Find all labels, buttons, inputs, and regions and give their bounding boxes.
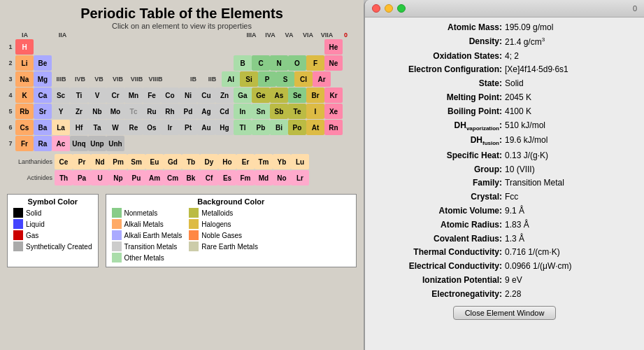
element-Sb[interactable]: Sb xyxy=(270,104,288,119)
element-Al[interactable]: Al xyxy=(222,71,240,87)
element-Pd[interactable]: Pd xyxy=(179,104,197,119)
element-Pr[interactable]: Pr xyxy=(73,154,91,169)
element-H[interactable]: H xyxy=(15,39,34,55)
element-Lu[interactable]: Lu xyxy=(291,154,309,169)
element-Rb[interactable]: Rb xyxy=(15,104,34,119)
element-Hf[interactable]: Hf xyxy=(70,120,88,135)
element-Np[interactable]: Np xyxy=(109,170,127,186)
element-Ba[interactable]: Ba xyxy=(34,120,52,135)
element-Es[interactable]: Es xyxy=(218,170,236,186)
element-Lr[interactable]: Lr xyxy=(291,170,309,186)
element-Tb[interactable]: Tb xyxy=(182,154,200,169)
element-Th[interactable]: Th xyxy=(55,170,73,186)
element-Yb[interactable]: Yb xyxy=(273,154,291,169)
element-C[interactable]: C xyxy=(252,55,270,71)
element-He[interactable]: He xyxy=(324,39,343,55)
element-Ge[interactable]: Ge xyxy=(252,88,270,103)
maximize-traffic-light[interactable] xyxy=(397,4,406,13)
element-Co[interactable]: Co xyxy=(161,88,179,103)
element-In[interactable]: In xyxy=(234,104,252,119)
element-B[interactable]: B xyxy=(234,55,252,71)
element-Er[interactable]: Er xyxy=(236,154,255,169)
element-Be[interactable]: Be xyxy=(34,55,52,71)
element-Ca[interactable]: Ca xyxy=(34,88,52,103)
element-Am[interactable]: Am xyxy=(145,170,164,186)
element-Mo[interactable]: Mo xyxy=(106,104,124,119)
element-Zn[interactable]: Zn xyxy=(215,88,234,103)
element-S[interactable]: S xyxy=(276,71,294,87)
element-F[interactable]: F xyxy=(306,55,324,71)
element-Tc[interactable]: Tc xyxy=(124,104,143,119)
element-Cd[interactable]: Cd xyxy=(215,104,234,119)
element-Cr[interactable]: Cr xyxy=(106,88,124,103)
element-Po[interactable]: Po xyxy=(288,120,306,135)
element-Unq[interactable]: Unq xyxy=(70,136,88,151)
element-Pb[interactable]: Pb xyxy=(252,120,270,135)
element-Pt[interactable]: Pt xyxy=(179,120,197,135)
element-Unp[interactable]: Unp xyxy=(88,136,106,151)
element-Nb[interactable]: Nb xyxy=(88,104,106,119)
element-Li[interactable]: Li xyxy=(15,55,34,71)
element-Br[interactable]: Br xyxy=(306,88,324,103)
element-Sc[interactable]: Sc xyxy=(52,88,70,103)
close-element-window-button[interactable]: Close Element Window xyxy=(453,306,557,320)
element-At[interactable]: At xyxy=(306,120,324,135)
element-Fe[interactable]: Fe xyxy=(143,88,161,103)
element-Eu[interactable]: Eu xyxy=(145,154,164,169)
element-Cm[interactable]: Cm xyxy=(164,170,182,186)
element-Sm[interactable]: Sm xyxy=(127,154,145,169)
element-Ra[interactable]: Ra xyxy=(34,136,52,151)
element-P[interactable]: P xyxy=(258,71,276,87)
element-Dy[interactable]: Dy xyxy=(200,154,218,169)
element-Tm[interactable]: Tm xyxy=(255,154,273,169)
element-Gd[interactable]: Gd xyxy=(164,154,182,169)
close-traffic-light[interactable] xyxy=(372,4,380,13)
element-Pm[interactable]: Pm xyxy=(109,154,127,169)
element-Bk[interactable]: Bk xyxy=(182,170,200,186)
element-Ir[interactable]: Ir xyxy=(161,120,179,135)
element-Pu[interactable]: Pu xyxy=(127,170,145,186)
element-Cf[interactable]: Cf xyxy=(200,170,218,186)
element-Ar[interactable]: Ar xyxy=(313,71,331,87)
element-Ta[interactable]: Ta xyxy=(88,120,106,135)
element-Nd[interactable]: Nd xyxy=(91,154,109,169)
element-Ni[interactable]: Ni xyxy=(179,88,197,103)
minimize-traffic-light[interactable] xyxy=(385,4,393,13)
element-Zr[interactable]: Zr xyxy=(70,104,88,119)
element-Xe[interactable]: Xe xyxy=(324,104,343,119)
element-Re[interactable]: Re xyxy=(124,120,143,135)
element-Os[interactable]: Os xyxy=(143,120,161,135)
element-Mg[interactable]: Mg xyxy=(34,71,52,87)
element-Cu[interactable]: Cu xyxy=(197,88,215,103)
element-Se[interactable]: Se xyxy=(288,88,306,103)
element-Ag[interactable]: Ag xyxy=(197,104,215,119)
element-Sr[interactable]: Sr xyxy=(34,104,52,119)
element-Na[interactable]: Na xyxy=(15,71,34,87)
element-La-ref[interactable]: La xyxy=(52,120,70,135)
element-Cs[interactable]: Cs xyxy=(15,120,34,135)
element-Unh[interactable]: Unh xyxy=(106,136,124,151)
element-As[interactable]: As xyxy=(270,88,288,103)
element-Ce[interactable]: Ce xyxy=(55,154,73,169)
element-Si[interactable]: Si xyxy=(240,71,258,87)
element-U[interactable]: U xyxy=(91,170,109,186)
element-Ti[interactable]: Ti xyxy=(70,88,88,103)
element-Fm[interactable]: Fm xyxy=(236,170,255,186)
element-Te[interactable]: Te xyxy=(288,104,306,119)
element-Mn[interactable]: Mn xyxy=(124,88,143,103)
element-Y[interactable]: Y xyxy=(52,104,70,119)
element-Rh[interactable]: Rh xyxy=(161,104,179,119)
element-Hg[interactable]: Hg xyxy=(215,120,234,135)
element-Bi[interactable]: Bi xyxy=(270,120,288,135)
element-N[interactable]: N xyxy=(270,55,288,71)
element-Tl[interactable]: Tl xyxy=(234,120,252,135)
element-Ho[interactable]: Ho xyxy=(218,154,236,169)
element-O[interactable]: O xyxy=(288,55,306,71)
element-Fr[interactable]: Fr xyxy=(15,136,34,151)
element-Ac-ref[interactable]: Ac xyxy=(52,136,70,151)
element-W[interactable]: W xyxy=(106,120,124,135)
element-Md[interactable]: Md xyxy=(255,170,273,186)
element-Au[interactable]: Au xyxy=(197,120,215,135)
element-Ru[interactable]: Ru xyxy=(143,104,161,119)
element-Sn[interactable]: Sn xyxy=(252,104,270,119)
